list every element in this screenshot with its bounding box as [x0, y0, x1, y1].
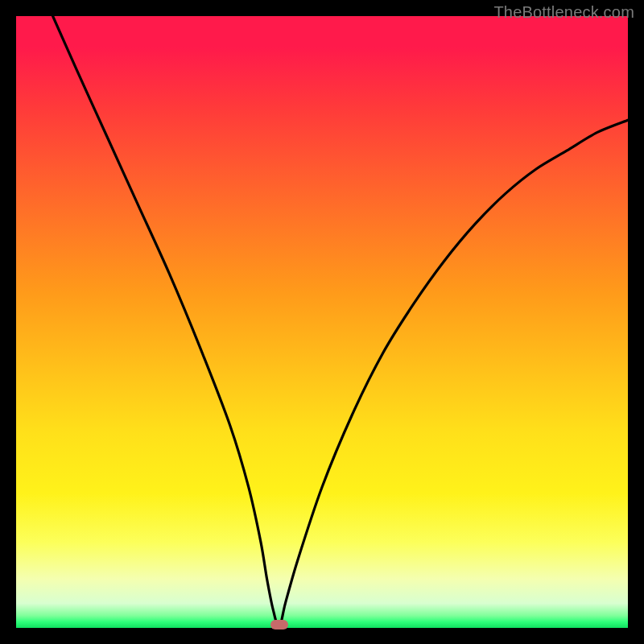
- plot-area: [16, 16, 628, 628]
- chart-frame: TheBottleneck.com: [0, 0, 644, 644]
- bottleneck-curve: [16, 16, 628, 628]
- watermark-text: TheBottleneck.com: [493, 3, 634, 22]
- minimum-marker: [270, 620, 288, 630]
